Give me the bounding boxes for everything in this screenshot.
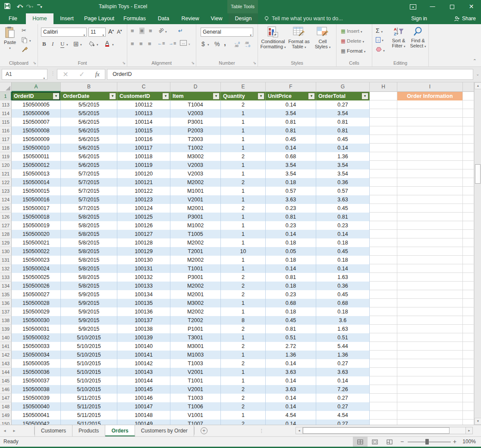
middle-align-button[interactable]: ≡ — [139, 28, 145, 34]
cell[interactable]: 100114 — [117, 118, 170, 126]
column-header-partial[interactable] — [463, 82, 474, 92]
cell[interactable]: 100112 — [117, 100, 170, 109]
cell[interactable] — [370, 420, 397, 425]
shrink-font-button[interactable]: A▾ — [117, 29, 122, 35]
cell[interactable]: 3.54 — [316, 109, 370, 118]
sheet-tab-orders[interactable]: Orders — [105, 425, 135, 436]
cell[interactable]: 0.27 — [316, 420, 370, 425]
row-header-132[interactable]: 132 — [0, 264, 12, 273]
increase-indent-button[interactable]: →≡ — [169, 41, 176, 46]
cell[interactable] — [397, 299, 463, 307]
cell[interactable]: 5.44 — [316, 342, 370, 351]
cell[interactable] — [370, 256, 397, 264]
cell[interactable]: 100131 — [117, 264, 170, 273]
cell[interactable] — [397, 307, 463, 316]
row-header-144[interactable]: 144 — [0, 368, 12, 376]
cell[interactable]: M2001 — [170, 290, 221, 299]
cell[interactable]: 1 — [221, 368, 266, 376]
cell[interactable]: 150500027 — [12, 290, 61, 299]
scroll-right-arrow[interactable]: ▸ — [465, 427, 472, 434]
cell[interactable]: 150500041 — [12, 411, 61, 420]
cell[interactable] — [463, 100, 474, 109]
cell[interactable]: 1 — [221, 126, 266, 135]
cell[interactable]: M2002 — [170, 238, 221, 247]
cell[interactable]: 150500017 — [12, 204, 61, 213]
bottom-align-button[interactable]: ≡ — [149, 28, 152, 34]
decrease-decimal-button[interactable]: .00→.0 — [245, 41, 250, 47]
row-header-124[interactable]: 124 — [0, 195, 12, 204]
cell[interactable] — [397, 144, 463, 152]
cell[interactable] — [397, 238, 463, 247]
cell[interactable] — [370, 385, 397, 394]
cell[interactable] — [397, 178, 463, 187]
fill-button[interactable]: ↓ ▾ — [376, 37, 384, 42]
cell[interactable]: 150500021 — [12, 238, 61, 247]
cell[interactable] — [370, 333, 397, 342]
select-all-corner[interactable] — [0, 82, 12, 92]
cell[interactable] — [397, 394, 463, 402]
cell[interactable]: M2001 — [170, 204, 221, 213]
cell[interactable] — [397, 359, 463, 368]
cell[interactable] — [397, 420, 463, 425]
cell[interactable]: 150500030 — [12, 316, 61, 325]
cell[interactable] — [463, 273, 474, 282]
cell[interactable]: 5/9/2015 — [61, 316, 117, 325]
cell[interactable]: 0.45 — [316, 247, 370, 256]
cell[interactable]: 150500034 — [12, 351, 61, 359]
decrease-indent-button[interactable]: ←≡ — [157, 41, 165, 46]
cell[interactable]: M1002 — [170, 221, 221, 230]
cell[interactable]: 7.26 — [316, 385, 370, 394]
font-color-button[interactable]: A — [105, 41, 109, 47]
cell[interactable] — [397, 109, 463, 118]
cell[interactable] — [370, 169, 397, 178]
paste-button[interactable]: Paste ▾ — [2, 26, 18, 51]
cell[interactable]: 2 — [221, 204, 266, 213]
row-header-134[interactable]: 134 — [0, 282, 12, 290]
cell[interactable]: 100132 — [117, 273, 170, 282]
cell[interactable] — [370, 152, 397, 161]
cell[interactable]: 1 — [221, 376, 266, 385]
cell[interactable] — [370, 221, 397, 230]
cell[interactable]: 0.81 — [316, 213, 370, 221]
cell[interactable] — [397, 100, 463, 109]
cell[interactable]: V2003 — [170, 109, 221, 118]
tab-home[interactable]: Home — [26, 13, 53, 24]
cell[interactable]: 150500005 — [12, 100, 61, 109]
cell[interactable] — [463, 118, 474, 126]
cell[interactable] — [397, 351, 463, 359]
cell[interactable]: T1003 — [170, 359, 221, 368]
conditional-formatting-button[interactable]: ≠ Conditional Formatting ▾ — [260, 26, 286, 50]
cell[interactable] — [397, 118, 463, 126]
cell[interactable] — [463, 187, 474, 195]
cell[interactable]: 150500039 — [12, 394, 61, 402]
row-header-135[interactable]: 135 — [0, 290, 12, 299]
copy-button[interactable] — [22, 37, 27, 44]
cell[interactable] — [370, 264, 397, 273]
cell[interactable]: 0.14 — [266, 144, 316, 152]
cell[interactable]: T2003 — [170, 135, 221, 144]
cell[interactable]: 100127 — [117, 230, 170, 238]
cell[interactable] — [463, 411, 474, 420]
cell[interactable]: 100128 — [117, 238, 170, 247]
cell[interactable]: 2 — [221, 402, 266, 411]
cell[interactable]: 100126 — [117, 221, 170, 230]
cell[interactable] — [397, 169, 463, 178]
cell[interactable]: 100137 — [117, 316, 170, 325]
name-box[interactable]: A1▾ — [2, 69, 47, 80]
clear-button[interactable]: ▾ — [376, 47, 385, 53]
row-header-148[interactable]: 148 — [0, 402, 12, 411]
align-left-button[interactable]: ≡ — [131, 41, 134, 47]
cell[interactable] — [463, 316, 474, 325]
row-header-117[interactable]: 117 — [0, 135, 12, 144]
sheet-tab-products[interactable]: Products — [72, 425, 105, 436]
cell[interactable]: 2 — [221, 290, 266, 299]
cell[interactable]: 1.36 — [316, 152, 370, 161]
zoom-slider-track[interactable] — [408, 442, 451, 442]
cell[interactable]: 100133 — [117, 282, 170, 290]
cell[interactable]: V2001 — [170, 195, 221, 204]
cell[interactable]: 5/8/2015 — [61, 273, 117, 282]
cell[interactable] — [370, 109, 397, 118]
cell[interactable] — [463, 247, 474, 256]
row-header-136[interactable]: 136 — [0, 299, 12, 307]
cell[interactable]: 100135 — [117, 299, 170, 307]
